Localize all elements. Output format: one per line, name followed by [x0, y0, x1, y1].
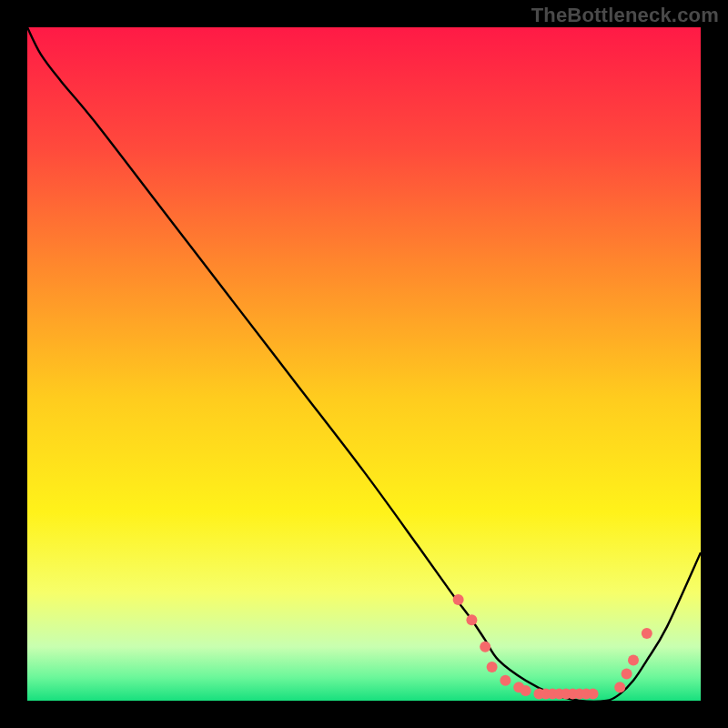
highlight-dot	[521, 685, 531, 696]
highlight-dot	[453, 594, 464, 605]
gradient-background	[27, 27, 701, 701]
highlight-dot	[466, 614, 477, 625]
watermark-text: TheBottleneck.com	[531, 4, 719, 27]
highlight-dot	[487, 662, 498, 672]
chart-stage: TheBottleneck.com	[0, 0, 728, 728]
highlight-dot	[614, 682, 625, 693]
plot-area	[27, 27, 701, 701]
highlight-dot	[628, 655, 639, 666]
highlight-dot	[642, 628, 652, 639]
chart-svg	[27, 27, 701, 701]
highlight-dot	[622, 668, 632, 679]
highlight-dot	[500, 675, 511, 686]
highlight-dot	[480, 642, 490, 652]
highlight-dot	[588, 689, 599, 700]
